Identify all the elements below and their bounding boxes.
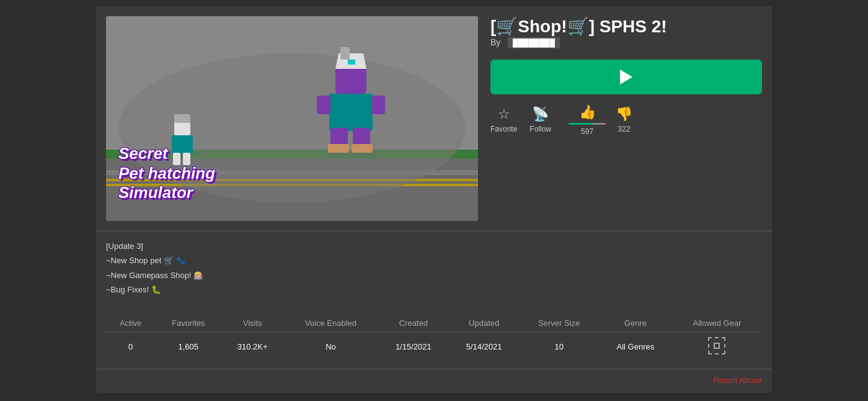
game-section: Secret Pet hatching Simulator [🛒Shop!🛒] … <box>96 6 772 231</box>
game-title: [🛒Shop!🛒] SPHS 2! <box>490 16 762 37</box>
server-size-header: Server Size <box>520 315 599 332</box>
server-size-value: 10 <box>520 331 599 361</box>
visits-value: 310.2K+ <box>221 331 283 361</box>
created-value: 1/15/2021 <box>378 331 449 361</box>
stats-header-row: Active Favorites Visits Voice Enabled Cr… <box>106 315 762 332</box>
follow-label: Follow <box>529 125 551 133</box>
active-header: Active <box>106 315 155 332</box>
thumbs-up-icon: 👍 <box>579 104 596 120</box>
play-button[interactable] <box>490 60 762 94</box>
favorite-label: Favorite <box>490 125 517 133</box>
created-header: Created <box>378 315 449 332</box>
game-thumbnail: Secret Pet hatching Simulator <box>106 16 478 221</box>
svg-rect-12 <box>317 96 330 114</box>
game-logo-line2: Pet hatching <box>118 164 215 183</box>
svg-rect-17 <box>352 144 373 153</box>
star-icon: ☆ <box>498 106 510 122</box>
like-count: 597 <box>581 127 593 136</box>
follow-button[interactable]: 📡 Follow <box>529 106 551 133</box>
allowed-gear-icon <box>708 337 725 354</box>
creator-prefix: By <box>490 37 500 47</box>
dislike-count: 322 <box>618 125 631 133</box>
visits-header: Visits <box>221 315 283 332</box>
favorites-header: Favorites <box>155 315 221 332</box>
allowed-gear-value <box>672 331 762 361</box>
stats-table: Active Favorites Visits Voice Enabled Cr… <box>106 315 762 361</box>
dislike-button[interactable]: 👎 322 <box>611 106 637 133</box>
voice-value: No <box>283 331 378 361</box>
svg-rect-16 <box>328 144 349 153</box>
thumbs-down-icon: 👎 <box>616 106 632 122</box>
game-logo-line1: Secret <box>118 144 215 163</box>
report-section: Report Abuse <box>96 369 772 393</box>
updated-header: Updated <box>449 315 520 332</box>
description-section: [Update 3] ~New Shop pet 🛒 🐾 ~New Gamepa… <box>96 231 772 307</box>
description-text: [Update 3] ~New Shop pet 🛒 🐾 ~New Gamepa… <box>106 239 762 297</box>
badges-section: Badges <box>0 393 868 401</box>
svg-rect-13 <box>371 96 385 114</box>
main-content: Secret Pet hatching Simulator [🛒Shop!🛒] … <box>96 6 772 393</box>
favorite-button[interactable]: ☆ Favorite <box>490 106 517 133</box>
svg-rect-19 <box>174 114 190 123</box>
genre-value: All Genres <box>599 331 672 361</box>
svg-rect-7 <box>335 66 366 94</box>
follow-icon: 📡 <box>532 106 549 122</box>
genre-header: Genre <box>599 315 672 332</box>
stats-data-row: 0 1,605 310.2K+ No 1/15/2021 5/14/2021 1… <box>106 331 762 361</box>
like-button[interactable]: 👍 597 <box>564 104 611 136</box>
action-buttons: ☆ Favorite 📡 Follow 👍 597 <box>490 104 762 136</box>
allowed-gear-header: Allowed Gear <box>672 315 762 332</box>
like-dislike-group: 👍 597 👎 322 <box>564 104 637 136</box>
svg-rect-11 <box>329 94 373 131</box>
game-creator: By ████████ <box>490 37 762 47</box>
page-wrapper: Secret Pet hatching Simulator [🛒Shop!🛒] … <box>0 0 868 401</box>
rating-bar <box>569 123 606 125</box>
svg-rect-18 <box>174 122 190 135</box>
report-abuse-button[interactable]: Report Abuse <box>713 376 762 385</box>
svg-rect-10 <box>348 60 355 65</box>
play-icon <box>620 70 632 84</box>
voice-header: Voice Enabled <box>283 315 378 332</box>
svg-rect-15 <box>353 128 370 146</box>
updated-value: 5/14/2021 <box>449 331 520 361</box>
rating-fill <box>569 123 593 125</box>
game-logo-overlay: Secret Pet hatching Simulator <box>118 144 215 202</box>
game-info-panel: [🛒Shop!🛒] SPHS 2! By ████████ ☆ Favorite <box>490 16 762 221</box>
svg-rect-14 <box>330 128 348 146</box>
active-value: 0 <box>106 331 155 361</box>
stats-table-section: Active Favorites Visits Voice Enabled Cr… <box>96 307 772 369</box>
creator-name[interactable]: ████████ <box>508 37 560 48</box>
game-logo-line3: Simulator <box>118 183 215 202</box>
svg-rect-9 <box>340 47 350 60</box>
favorites-value: 1,605 <box>155 331 221 361</box>
